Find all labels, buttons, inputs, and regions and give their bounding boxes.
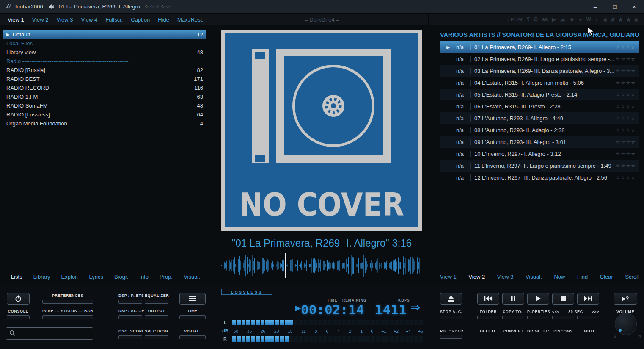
equalizer-slider[interactable] <box>145 300 168 304</box>
seek-back-slider[interactable] <box>552 316 574 319</box>
track-row[interactable]: n/a04 L'Estate, R315- I. Allegro non mol… <box>440 77 639 89</box>
track-rating-stars[interactable]: ☆☆☆☆ <box>614 175 639 180</box>
copy-to-slider[interactable] <box>502 316 524 319</box>
seek-forward-button[interactable]: >>> <box>592 310 599 314</box>
playlist-item[interactable]: RADIO RECORD116 <box>3 83 206 92</box>
oscilloscope-slider[interactable] <box>118 335 142 339</box>
playlist-item[interactable]: RADIO [Russia]82 <box>3 66 206 75</box>
previous-button[interactable] <box>477 293 499 305</box>
waveform-seekbar[interactable] <box>221 253 422 278</box>
track-rating-stars[interactable]: ☆☆☆☆ <box>614 163 639 169</box>
track-row[interactable]: n/a08 L'Autunno, R293- II. Adagio - 2:38… <box>440 124 639 136</box>
subtab-lists[interactable]: Lists <box>11 274 22 280</box>
minimize-button[interactable]: – <box>586 0 605 13</box>
subtab-biogr[interactable]: Biogr. <box>114 274 128 280</box>
eject-button[interactable] <box>440 293 462 305</box>
next-button[interactable] <box>577 293 599 305</box>
time-menu-button[interactable] <box>179 293 206 305</box>
subtab-scroll[interactable]: Scroll <box>625 274 639 280</box>
time-display[interactable]: 00:02:14 <box>301 302 364 317</box>
volume-knob[interactable] <box>615 313 637 335</box>
track-rating-stars[interactable]: ☆☆☆☆ <box>614 80 639 86</box>
soundcloud-icon[interactable]: ☁ <box>560 17 565 22</box>
playlist-item[interactable]: Library view48 <box>3 48 206 57</box>
subtab-visual[interactable]: Visual. <box>184 274 200 280</box>
convert-button[interactable]: CONVERT <box>502 329 524 333</box>
subtab-lyrics[interactable]: Lyrics <box>89 274 103 280</box>
subtab-view-1[interactable]: View 1 <box>440 274 457 280</box>
search-input[interactable] <box>18 331 90 337</box>
stop-button[interactable] <box>552 293 574 305</box>
rating-stars[interactable]: ★★★★★ <box>602 15 641 24</box>
subtab-now[interactable]: Now <box>554 274 565 280</box>
track-row[interactable]: n/a12 L'Inverno, R297- III. Danza pastor… <box>440 172 639 183</box>
playlist-item[interactable]: Organ Media Foundation4 <box>3 119 206 128</box>
track-rating-stars[interactable]: ☆☆☆☆ <box>614 92 639 97</box>
spectrogram-slider[interactable] <box>145 335 168 339</box>
playlist-item[interactable]: ▶Default12 <box>3 30 206 39</box>
playlist-item[interactable]: RADIO [Lossless]64 <box>3 110 206 119</box>
pause-button[interactable] <box>502 293 524 305</box>
allmusic-icon[interactable]: as <box>542 17 548 22</box>
track-row[interactable]: ▶n/a01 La Primavera, R269- I. Allegro - … <box>440 41 639 53</box>
playlist-item[interactable]: RADIO 1.FM63 <box>3 92 206 101</box>
properties-slider[interactable] <box>527 316 549 319</box>
dr-meter-button[interactable]: DR METER <box>527 329 549 333</box>
track-row[interactable]: n/a09 L'Autunno, R293- III. Allegro - 3:… <box>440 136 639 148</box>
subtab-library[interactable]: Library <box>33 274 50 280</box>
track-rating-stars[interactable]: ☆☆☆☆ <box>614 56 639 62</box>
console-button[interactable] <box>7 293 30 305</box>
track-row[interactable]: n/a05 L'Estate, R315- II. Adagio,Presto … <box>440 89 639 100</box>
track-row[interactable]: n/a03 La Primavera, R269- III. Danza pas… <box>440 65 639 77</box>
pb-order-slider[interactable] <box>440 335 462 339</box>
playlist-separator[interactable]: Local Files ----------------------------… <box>3 39 206 48</box>
pane-status-bar-slider[interactable] <box>42 315 93 319</box>
track-rating-stars[interactable]: ☆☆☆☆ <box>614 151 639 157</box>
playlist-item[interactable]: RADIO SomaFM48 <box>3 101 206 110</box>
tab-view-4[interactable]: View 4 <box>81 17 97 23</box>
playlist-separator[interactable]: Radio ----------------------------------… <box>3 57 206 66</box>
track-row[interactable]: n/a07 L'Autunno, R293- I. Allegro - 4:49… <box>440 112 639 124</box>
tab-view-2[interactable]: View 2 <box>32 17 49 23</box>
tab-view-1[interactable]: View 1 <box>8 17 24 23</box>
track-rating-stars[interactable]: ☆☆☆☆ <box>614 104 639 109</box>
tab-hide[interactable]: Hide <box>158 17 169 23</box>
track-rating-stars[interactable]: ☆☆☆☆ <box>614 116 639 121</box>
subtab-visual[interactable]: Visual. <box>526 274 542 280</box>
subtab-view-3[interactable]: View 3 <box>497 274 514 280</box>
discogs-icon[interactable]: ● <box>579 17 582 22</box>
preferences-slider[interactable] <box>42 300 93 304</box>
tab-caption[interactable]: Caption <box>131 17 150 23</box>
genius-icon[interactable]: ♪ <box>595 17 598 22</box>
subtab-info[interactable]: Info <box>139 274 149 280</box>
subtab-explor[interactable]: Explor. <box>61 274 78 280</box>
stop-after-current-slider[interactable] <box>440 316 462 319</box>
track-rating-stars[interactable]: ☆☆☆☆ <box>614 44 639 50</box>
track-rating-stars[interactable]: ☆☆☆☆ <box>614 127 639 133</box>
visual-slider[interactable] <box>179 335 206 339</box>
close-button[interactable]: × <box>625 0 644 13</box>
tab-fullscr[interactable]: Fullscr. <box>105 17 123 23</box>
seek-forward-slider[interactable] <box>577 316 599 319</box>
tab-max-rest[interactable]: Max./Rest. <box>177 17 204 23</box>
output-slider[interactable] <box>145 315 168 319</box>
playlist-item[interactable]: RADIO BEST171 <box>3 75 206 83</box>
track-rating-stars[interactable]: ☆☆☆☆ <box>614 139 639 145</box>
dsp-presets-slider[interactable] <box>118 300 142 304</box>
mute-button[interactable]: MUTE <box>581 329 599 333</box>
maximize-button[interactable]: □ <box>605 0 625 13</box>
subtab-prop[interactable]: Prop. <box>160 274 173 280</box>
wikipedia-icon[interactable]: W <box>586 17 591 22</box>
youtube-icon[interactable]: ▶ <box>552 17 556 22</box>
tab-view-3[interactable]: View 3 <box>57 17 73 23</box>
folder-slider[interactable] <box>477 316 499 319</box>
volume-menu-button[interactable]: ▶? <box>614 293 637 305</box>
subtab-clear[interactable]: Clear <box>600 274 613 280</box>
seek-interval-label[interactable]: 30 SEC <box>568 310 583 314</box>
track-row[interactable]: n/a10 L'Inverno, R297- I. Allegro - 3:12… <box>440 148 639 160</box>
track-row[interactable]: n/a02 La Primavera, R269- II. Largo e pi… <box>440 53 639 65</box>
play-button[interactable] <box>527 293 549 305</box>
google-icon[interactable]: G <box>534 17 538 22</box>
track-row[interactable]: n/a06 L'Estate, R315- III. Presto - 2:28… <box>440 100 639 112</box>
seek-back-button[interactable]: <<< <box>552 310 560 314</box>
